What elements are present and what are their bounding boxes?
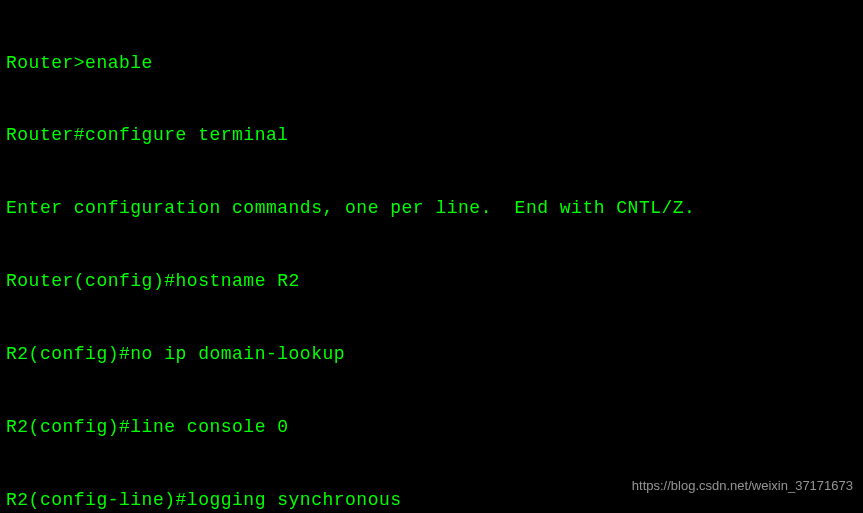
terminal-line: Router(config)#hostname R2 — [6, 269, 857, 293]
terminal-line: R2(config)#line console 0 — [6, 415, 857, 439]
terminal-output[interactable]: Router>enable Router#configure terminal … — [6, 2, 857, 513]
watermark-text: https://blog.csdn.net/weixin_37171673 — [632, 477, 853, 495]
terminal-line: Enter configuration commands, one per li… — [6, 196, 857, 220]
terminal-line: R2(config)#no ip domain-lookup — [6, 342, 857, 366]
terminal-line: Router>enable — [6, 51, 857, 75]
terminal-line: Router#configure terminal — [6, 123, 857, 147]
